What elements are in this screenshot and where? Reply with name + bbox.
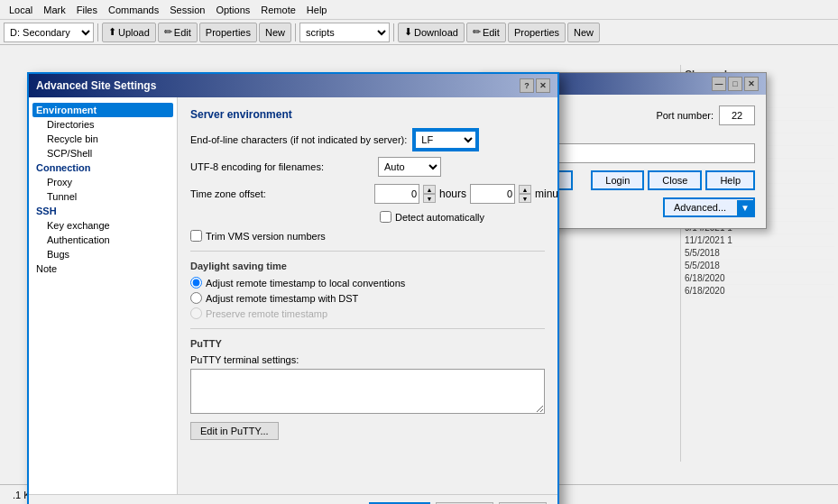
timezone-minutes-input[interactable] (470, 184, 515, 204)
date-item: 6/18/2020 (685, 285, 834, 298)
toolbar-top: D: Secondary ⬆ Upload ✏ Edit Properties … (0, 20, 838, 45)
date-item: 11/1/2021 1 (685, 234, 834, 247)
trim-vms-label[interactable]: Trim VMS version numbers (206, 231, 326, 242)
detect-auto-checkbox[interactable] (380, 211, 391, 223)
putty-divider (190, 328, 545, 329)
dst-radio-2[interactable] (190, 292, 202, 304)
hours-spinner[interactable]: ▲ ▼ (423, 185, 436, 203)
menu-bar: Local Mark Files Commands Session Option… (0, 0, 838, 20)
right-drive-select[interactable]: scripts (299, 23, 390, 42)
tree-item-tunnel[interactable]: Tunnel (32, 189, 173, 204)
dst-option2-row: Adjust remote timestamp with DST (190, 292, 545, 304)
tree-item-note[interactable]: Note (32, 261, 173, 276)
dst-radio-1[interactable] (190, 277, 202, 289)
right-edit-button[interactable]: ✏ Edit (466, 23, 506, 42)
advanced-arrow-button[interactable]: ▼ (737, 200, 753, 215)
dst-label-1[interactable]: Adjust remote timestamp to local convent… (206, 278, 405, 289)
dst-option3-row: Preserve remote timestamp (190, 307, 545, 319)
port-label: Port number: (656, 110, 714, 121)
dst-option1-row: Adjust remote timestamp to local convent… (190, 277, 545, 289)
login-maximize-button[interactable]: □ (728, 77, 742, 91)
eol-select[interactable]: LF CR/LF Auto (414, 130, 477, 150)
tree-item-recycle-bin[interactable]: Recycle bin (32, 132, 173, 146)
menu-mark[interactable]: Mark (38, 3, 70, 17)
section-divider (190, 251, 545, 252)
login-button[interactable]: Login (591, 170, 644, 190)
port-input[interactable] (719, 105, 755, 125)
timezone-label: Time zone offset: (190, 188, 371, 199)
section-title: Server environment (190, 108, 545, 121)
settings-panel: Server environment End-of-line character… (178, 97, 557, 494)
dialog-footer: Color ▼ OK Cancel Help (29, 494, 557, 504)
detect-auto-label[interactable]: Detect automatically (395, 212, 484, 223)
login-minimize-button[interactable]: — (712, 77, 726, 91)
menu-help[interactable]: Help (301, 3, 333, 17)
left-new-button[interactable]: New (259, 23, 291, 42)
minutes-up[interactable]: ▲ (519, 185, 531, 194)
menu-session[interactable]: Session (164, 3, 210, 17)
hours-label: hours (439, 188, 466, 200)
edit-putty-button[interactable]: Edit in PuTTY... (190, 422, 279, 440)
dst-section-title: Daylight saving time (190, 261, 545, 271)
dst-label-3: Preserve remote timestamp (206, 308, 327, 319)
tree-item-key-exchange[interactable]: Key exchange (32, 218, 173, 233)
left-properties-button[interactable]: Properties (199, 23, 257, 42)
close-button[interactable]: Close (648, 170, 702, 190)
tree-item-connection[interactable]: Connection (32, 160, 173, 175)
date-item: 5/5/2018 (685, 260, 834, 272)
toolbar-sep-3 (393, 23, 394, 41)
menu-files[interactable]: Files (71, 3, 103, 17)
upload-icon: ⬆ (108, 26, 116, 38)
upload-button[interactable]: ⬆ Upload (102, 23, 156, 42)
tree-item-authentication[interactable]: Authentication (32, 233, 173, 247)
dialog-title-buttons: ? ✕ (520, 78, 550, 93)
left-edit-button[interactable]: ✏ Edit (158, 23, 198, 42)
download-icon: ⬇ (404, 26, 412, 38)
eol-row: End-of-line characters (if not indicated… (190, 130, 545, 150)
dst-label-2[interactable]: Adjust remote timestamp with DST (206, 293, 358, 304)
detect-auto-row: Detect automatically (380, 211, 545, 223)
login-title-buttons: — □ ✕ (712, 77, 759, 91)
menu-commands[interactable]: Commands (103, 3, 164, 17)
trim-vms-row: Trim VMS version numbers (190, 230, 545, 242)
utf8-select[interactable]: Auto On Off (378, 157, 441, 177)
utf8-label: UTF-8 encoding for filenames: (190, 161, 371, 172)
utf8-row: UTF-8 encoding for filenames: Auto On Of… (190, 157, 545, 177)
tree-item-directories[interactable]: Directories (32, 117, 173, 132)
timezone-row: Time zone offset: ▲ ▼ hours ▲ ▼ minutes (190, 184, 545, 204)
dialog-close-button[interactable]: ✕ (536, 78, 550, 93)
timezone-hours-input[interactable] (374, 184, 419, 204)
download-button[interactable]: ⬇ Download (398, 23, 465, 42)
date-item: 6/18/2020 (685, 272, 834, 285)
dialog-help-button[interactable]: ? (520, 78, 534, 93)
minutes-spinner[interactable]: ▲ ▼ (519, 185, 531, 203)
minutes-down[interactable]: ▼ (519, 194, 531, 203)
tree-item-ssh[interactable]: SSH (32, 204, 173, 218)
putty-terminal-input[interactable] (190, 369, 545, 414)
eol-label: End-of-line characters (if not indicated… (190, 134, 407, 145)
tree-item-bugs[interactable]: Bugs (32, 247, 173, 261)
hours-up[interactable]: ▲ (423, 185, 436, 194)
trim-vms-checkbox[interactable] (190, 230, 202, 242)
tree-item-environment[interactable]: Environment (32, 103, 173, 117)
toolbar-sep-1 (97, 23, 98, 41)
hours-down[interactable]: ▼ (423, 194, 436, 203)
right-new-button[interactable]: New (567, 23, 600, 42)
tree-item-scp-shell[interactable]: SCP/Shell (32, 146, 173, 160)
edit-icon: ✏ (164, 26, 172, 38)
dialog-title-bar: Advanced Site Settings ? ✕ (29, 74, 557, 97)
date-item: 5/5/2018 (685, 247, 834, 260)
tree-item-proxy[interactable]: Proxy (32, 175, 173, 189)
dst-radio-3[interactable] (190, 307, 202, 319)
toolbar-sep-2 (295, 23, 296, 41)
menu-options[interactable]: Options (210, 3, 255, 17)
menu-local[interactable]: Local (4, 3, 38, 17)
help-button[interactable]: Help (705, 170, 755, 190)
putty-section: PuTTY PuTTY terminal settings: Edit in P… (190, 338, 545, 440)
advanced-button[interactable]: Advanced... (665, 199, 735, 215)
login-close-button[interactable]: ✕ (744, 77, 759, 91)
dialog-title-text: Advanced Site Settings (36, 79, 156, 92)
right-properties-button[interactable]: Properties (508, 23, 566, 42)
left-drive-select[interactable]: D: Secondary (4, 23, 94, 42)
menu-remote[interactable]: Remote (255, 3, 301, 17)
